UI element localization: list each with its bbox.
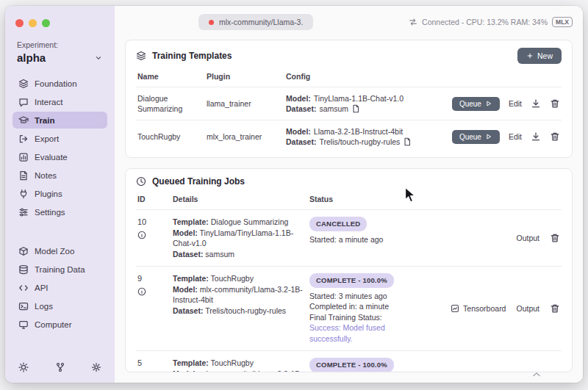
job-status: COMPLETE - 100.0% Started: a day ago Com… (309, 358, 410, 372)
template-label: Template: (173, 358, 209, 367)
minimize-window-button[interactable] (29, 19, 37, 27)
connection-status-text: Connected - CPU: 13.2% RAM: 34% (422, 18, 548, 26)
template-row: Dialogue Summarizing llama_trainer Model… (136, 87, 562, 120)
template-label: Template: (173, 217, 209, 226)
download-icon (531, 98, 541, 109)
job-info-button[interactable] (137, 287, 146, 296)
collapse-caret-button[interactable] (531, 369, 542, 383)
panel-title: Training Templates (152, 51, 232, 61)
delete-template-button[interactable] (550, 98, 560, 109)
model-label: Model: (173, 228, 198, 237)
sidebar-item-logs[interactable]: Logs (12, 297, 107, 314)
sidebar-item-plugins[interactable]: Plugins (12, 185, 107, 202)
download-icon (531, 131, 541, 142)
new-template-button[interactable]: New (517, 48, 562, 64)
col-name: Name (137, 72, 201, 81)
play-icon (485, 133, 492, 140)
plug-icon (18, 189, 29, 199)
templates-table-header: Name Plugin Config (136, 64, 562, 87)
sidebar-item-settings[interactable]: Settings (12, 203, 107, 220)
sidebar-item-api[interactable]: API (12, 279, 107, 296)
col-details: Details (173, 195, 304, 203)
download-template-button[interactable] (531, 131, 541, 142)
edit-template-link[interactable]: Edit (509, 98, 522, 109)
queue-button[interactable]: Queue (452, 97, 500, 111)
panel-title: Queued Training Jobs (152, 176, 245, 187)
new-button-label: New (537, 51, 553, 60)
export-icon (18, 134, 29, 144)
job-row: 9 Template: TouchRugby Model: mlx-commun… (136, 267, 562, 351)
line-chart-icon (451, 304, 459, 313)
sidebar-item-label: Foundation (35, 79, 77, 88)
sidebar-item-model-zoo[interactable]: Model Zoo (12, 242, 107, 259)
sidebar-item-train[interactable]: Train (12, 112, 107, 129)
info-icon (137, 231, 146, 239)
experiment-name: alpha (17, 51, 46, 64)
app-window: Experiment: alpha Foundation Interact Tr… (5, 6, 583, 383)
zoom-window-button[interactable] (42, 19, 50, 27)
sidebar-item-evaluate[interactable]: Evaluate (12, 148, 107, 165)
final-status-label: Final Training Status: (309, 312, 410, 323)
model-label: Model: (286, 93, 311, 104)
theme-toggle-button[interactable] (18, 362, 29, 372)
queue-button-label: Queue (459, 133, 481, 141)
job-details: Template: Dialogue Summarizing Model: Ti… (173, 217, 304, 259)
edit-template-link[interactable]: Edit (509, 131, 522, 142)
model-status-dot (209, 20, 214, 25)
info-icon (137, 372, 146, 373)
current-model-pill[interactable]: mlx-community/Llama-3. (198, 14, 313, 30)
model-label: Model: (173, 369, 198, 373)
close-window-button[interactable] (15, 19, 24, 27)
git-branch-icon (55, 362, 65, 372)
output-link[interactable]: Output (516, 303, 539, 314)
job-details: Template: TouchRugby Model: mlx-communit… (173, 358, 304, 372)
template-name: Dialogue Summarizing (137, 93, 201, 114)
experiment-selector[interactable]: alpha (17, 51, 103, 64)
download-template-button[interactable] (531, 98, 541, 109)
queue-button[interactable]: Queue (452, 130, 500, 144)
delete-job-button[interactable] (550, 303, 560, 314)
col-status: Status (309, 195, 410, 203)
template-plugin: llama_trainer (207, 98, 280, 109)
model-value: Llama-3.2-1B-Instruct-4bit (314, 126, 403, 137)
delete-job-button[interactable] (550, 233, 560, 243)
sidebar-item-label: Model Zoo (35, 247, 74, 256)
delete-template-button[interactable] (550, 131, 560, 142)
status-badge: COMPLETE - 100.0% (309, 358, 394, 372)
chart-box-icon (18, 152, 29, 162)
col-id: ID (137, 195, 167, 203)
model-label: Model: (173, 285, 198, 294)
settings-button[interactable] (91, 362, 101, 372)
tensorboard-link[interactable]: Tensorboard (451, 303, 506, 314)
job-started: Started: 3 minutes ago (309, 291, 410, 302)
sidebar-item-foundation[interactable]: Foundation (12, 75, 107, 92)
output-link[interactable]: Output (516, 233, 539, 244)
content: Training Templates New Name Plugin Confi… (115, 32, 583, 383)
sliders-icon (18, 207, 29, 217)
job-details: Template: TouchRugby Model: mlx-communit… (173, 273, 304, 344)
sidebar-item-notes[interactable]: Notes (12, 167, 107, 184)
sidebar-item-training-data[interactable]: Training Data (12, 261, 107, 278)
dataset-value: samsum (205, 250, 234, 259)
secondary-menu: Model Zoo Training Data API Logs Compute… (12, 242, 107, 333)
template-value: TouchRugby (211, 358, 254, 367)
training-templates-panel: Training Templates New Name Plugin Confi… (125, 40, 573, 158)
git-branch-button[interactable] (55, 362, 65, 372)
play-icon (485, 100, 492, 107)
sidebar-item-label: Interact (35, 98, 62, 106)
model-label: Model: (286, 126, 311, 137)
job-info-button[interactable] (137, 372, 146, 373)
template-name: TouchRugby (137, 131, 201, 142)
final-status-value: Success: Model fused successfully. (309, 322, 410, 344)
sun-icon (18, 362, 29, 372)
sidebar-item-export[interactable]: Export (12, 130, 107, 147)
document-icon (18, 170, 29, 181)
mlx-badge: MLX (552, 17, 573, 27)
job-info-button[interactable] (137, 231, 146, 239)
tensorboard-label: Tensorboard (463, 303, 506, 314)
database-icon (18, 264, 29, 275)
dataset-label: Dataset: (173, 306, 203, 315)
trash-icon (550, 98, 560, 109)
sidebar-item-computer[interactable]: Computer (12, 316, 107, 333)
sidebar-item-interact[interactable]: Interact (12, 93, 107, 110)
